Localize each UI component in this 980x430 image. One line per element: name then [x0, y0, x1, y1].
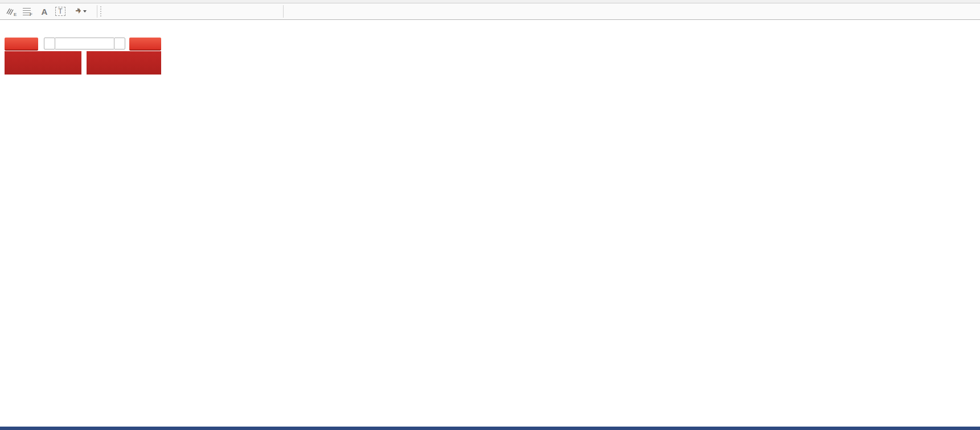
volume-input[interactable]: [55, 38, 114, 49]
one-click-trading-panel: [5, 34, 162, 76]
mt4-terminal: E F A T: [0, 0, 980, 430]
buy-price-display[interactable]: [87, 51, 161, 75]
window-bottom-edge: [0, 427, 980, 430]
volume-increase-button[interactable]: [114, 38, 125, 49]
chart-toolbar: E F A T: [0, 3, 980, 20]
toolbar-separator: [283, 5, 284, 18]
sell-price-display[interactable]: [5, 51, 81, 75]
toolbar-drag-handle[interactable]: [100, 6, 103, 16]
indicators-icon[interactable]: E: [5, 5, 18, 18]
volume-decrease-button[interactable]: [44, 38, 55, 49]
symbol-header: [5, 24, 12, 32]
svg-text:F: F: [30, 12, 32, 16]
toolbar-separator: [97, 5, 97, 18]
grid-icon[interactable]: F: [20, 5, 34, 18]
sell-button[interactable]: [5, 38, 38, 51]
text-box-icon[interactable]: T: [54, 5, 67, 18]
svg-text:E: E: [14, 12, 17, 16]
text-label-icon[interactable]: A: [38, 5, 51, 18]
chart-window: [0, 19, 980, 427]
buy-button[interactable]: [129, 38, 161, 51]
arrange-objects-icon[interactable]: [72, 5, 90, 18]
